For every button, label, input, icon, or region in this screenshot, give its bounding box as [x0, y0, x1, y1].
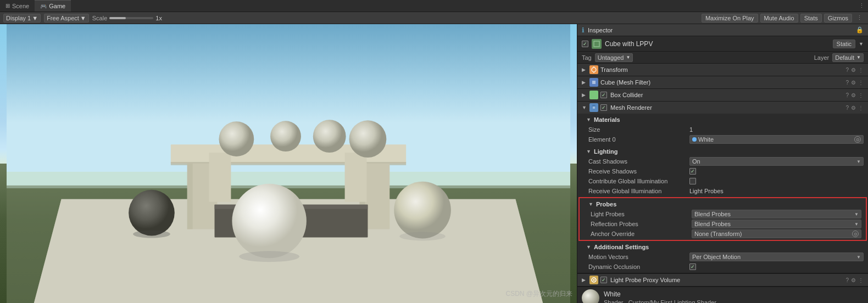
anchor-override-value: None (Transform)	[694, 231, 742, 237]
mesh-renderer-more-btn[interactable]: ⋮	[858, 105, 864, 111]
box-collider-settings-btn[interactable]: ⚙	[851, 92, 856, 98]
transform-more-btn[interactable]: ⋮	[858, 67, 864, 73]
cast-shadows-row: Cast Shadows On ▼	[577, 156, 868, 166]
anchor-override-ref[interactable]: None (Transform) ⊙	[692, 229, 861, 238]
lppv-checkbox[interactable]	[600, 277, 607, 283]
transform-settings-btn[interactable]: ⚙	[851, 67, 856, 73]
aspect-label: Free Aspect	[47, 15, 79, 21]
transform-help-btn[interactable]: ?	[845, 67, 849, 73]
object-header: Cube with LPPV Static ▼	[577, 36, 868, 52]
probes-section: ▼ Probes Light Probes Blend Probes ▼ Ref…	[580, 198, 866, 240]
toolbar-more-btn[interactable]: ⋮	[854, 14, 865, 21]
box-collider-icons: ? ⚙ ⋮	[845, 92, 864, 98]
additional-settings-header[interactable]: ▼ Additional Settings	[577, 242, 868, 252]
lock-icon[interactable]: 🔒	[856, 26, 864, 33]
size-label: Size	[588, 126, 687, 133]
mesh-renderer-icon	[589, 103, 598, 112]
display-dropdown[interactable]: Display 1 ▼	[3, 14, 41, 23]
maximize-btn[interactable]: Maximize On Play	[702, 14, 758, 23]
lppv-icon	[589, 276, 598, 284]
mute-btn[interactable]: Mute Audio	[760, 14, 798, 23]
material-dot	[692, 137, 697, 142]
mesh-renderer-component: ▼ Mesh Renderer ? ⚙ ⋮ ▼	[577, 102, 868, 273]
mesh-filter-help-btn[interactable]: ?	[845, 80, 849, 86]
lppv-header[interactable]: ▶ Light Probe Proxy Volume ? ⚙ ⋮	[577, 274, 868, 286]
display-dropdown-arrow: ▼	[32, 15, 38, 21]
gizmos-btn[interactable]: Gizmos	[824, 14, 852, 23]
scale-value: 1x	[155, 15, 162, 21]
anchor-override-picker[interactable]: ⊙	[852, 231, 859, 237]
svg-rect-41	[592, 105, 596, 106]
receive-gi-label: Receive Global Illumination	[588, 188, 687, 194]
materials-arrow: ▼	[586, 117, 592, 122]
lighting-arrow: ▼	[586, 149, 592, 154]
layer-arrow: ▼	[856, 55, 861, 60]
motion-vectors-dropdown-arrow: ▼	[856, 255, 861, 260]
svg-rect-40	[591, 106, 597, 110]
tab-more-btn[interactable]: ⋮	[859, 2, 868, 9]
box-collider-checkbox[interactable]	[600, 92, 607, 98]
mesh-renderer-settings-btn[interactable]: ⚙	[851, 105, 856, 111]
tag-value: Untagged	[598, 54, 624, 61]
toolbar: Display 1 ▼ Free Aspect ▼ Scale 1x Maxim…	[0, 12, 868, 24]
tab-game[interactable]: 🎮 Game	[35, 0, 71, 12]
transform-icon	[589, 65, 598, 74]
motion-vectors-value: Per Object Motion	[692, 254, 741, 260]
receive-shadows-checkbox[interactable]	[689, 168, 696, 175]
light-probes-dropdown[interactable]: Blend Probes ▼	[692, 210, 861, 218]
receive-shadows-label: Receive Shadows	[588, 168, 687, 175]
reflection-probes-dropdown[interactable]: Blend Probes ▼	[692, 220, 861, 228]
game-tab-label: Game	[49, 3, 65, 9]
aspect-dropdown[interactable]: Free Aspect ▼	[44, 14, 89, 23]
static-arrow[interactable]: ▼	[859, 41, 864, 47]
stats-btn[interactable]: Stats	[800, 14, 822, 23]
inspector-content[interactable]: Cube with LPPV Static ▼ Tag Untagged ▼ L…	[577, 36, 868, 303]
box-collider-more-btn[interactable]: ⋮	[858, 92, 864, 98]
reflection-probes-value: Blend Probes	[694, 221, 731, 227]
box-collider-help-btn[interactable]: ?	[845, 92, 849, 98]
contribute-gi-label: Contribute Global Illumination	[588, 178, 687, 184]
static-btn[interactable]: Static	[833, 40, 856, 48]
material-shader: Shader Custom/My First Lighting Shader	[604, 299, 716, 303]
contribute-gi-checkbox[interactable]	[689, 178, 696, 184]
mesh-renderer-header[interactable]: ▼ Mesh Renderer ? ⚙ ⋮	[577, 102, 868, 114]
object-active-checkbox[interactable]	[582, 41, 588, 47]
probes-group-header[interactable]: ▼ Probes	[580, 199, 866, 209]
tag-dropdown[interactable]: Untagged ▼	[595, 53, 633, 62]
svg-rect-9	[187, 164, 193, 229]
cast-shadows-value: On	[692, 158, 700, 165]
svg-point-23	[239, 251, 299, 262]
lppv-more-btn[interactable]: ⋮	[858, 277, 864, 283]
additional-settings-title: Additional Settings	[594, 244, 649, 250]
motion-vectors-dropdown[interactable]: Per Object Motion ▼	[689, 252, 864, 261]
svg-point-18	[313, 120, 346, 153]
element0-picker[interactable]: ⊙	[854, 136, 861, 143]
scale-slider[interactable]	[109, 17, 153, 19]
svg-point-28	[592, 68, 596, 72]
layer-value: Default	[835, 54, 854, 61]
contribute-gi-row: Contribute Global Illumination	[577, 176, 868, 186]
transform-header-icons: ? ⚙ ⋮	[845, 67, 864, 73]
mesh-filter-header[interactable]: ▶ Cube (Mesh Filter) ? ⚙ ⋮	[577, 76, 868, 88]
tab-scene[interactable]: ⊞ Scene	[0, 0, 35, 12]
cast-shadows-dropdown[interactable]: On ▼	[689, 157, 864, 166]
transform-component: ▶ Transform ? ⚙ ⋮	[577, 64, 868, 76]
transform-header[interactable]: ▶ Transform ? ⚙ ⋮	[577, 64, 868, 76]
mesh-renderer-checkbox[interactable]	[600, 104, 607, 111]
lppv-help-btn[interactable]: ?	[845, 277, 849, 283]
mesh-filter-settings-btn[interactable]: ⚙	[851, 80, 856, 86]
lppv-settings-btn[interactable]: ⚙	[851, 277, 856, 283]
tag-layer-row: Tag Untagged ▼ Layer Default ▼	[577, 52, 868, 64]
material-preview: White Shader Custom/My First Lighting Sh…	[577, 287, 868, 303]
lighting-group-header[interactable]: ▼ Lighting	[577, 147, 868, 156]
mesh-renderer-help-btn[interactable]: ?	[845, 105, 849, 111]
aspect-dropdown-arrow: ▼	[80, 15, 86, 21]
element0-ref[interactable]: White ⊙	[689, 135, 864, 144]
mesh-filter-more-btn[interactable]: ⋮	[858, 80, 864, 86]
box-collider-header[interactable]: ▶ Box Collider ? ⚙ ⋮	[577, 89, 868, 101]
dynamic-occlusion-checkbox[interactable]	[689, 263, 696, 270]
materials-group-header[interactable]: ▼ Materials	[577, 115, 868, 125]
tag-arrow: ▼	[626, 55, 630, 60]
layer-dropdown[interactable]: Default ▼	[832, 53, 864, 62]
light-probes-value: Blend Probes	[694, 211, 731, 217]
